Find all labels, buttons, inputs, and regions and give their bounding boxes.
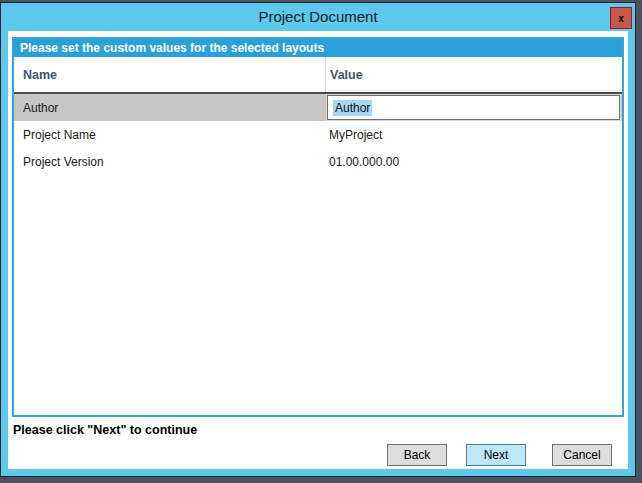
- grid-header-row: Name Value: [14, 57, 622, 94]
- custom-values-panel: Please set the custom values for the sel…: [12, 37, 624, 417]
- row-name-label[interactable]: Project Version: [14, 148, 326, 175]
- dialog-button-row: Back Next Cancel: [387, 444, 612, 466]
- table-row-project-name[interactable]: Project Name MyProject: [14, 121, 622, 148]
- instruction-text: Please click "Next" to continue: [13, 423, 197, 437]
- cancel-button[interactable]: Cancel: [552, 444, 612, 466]
- project-document-dialog: Project Document x Please set the custom…: [0, 2, 636, 477]
- row-value-cell[interactable]: Author: [326, 94, 622, 121]
- dialog-client-area: Please set the custom values for the sel…: [8, 31, 628, 469]
- column-header-name[interactable]: Name: [14, 57, 326, 92]
- row-name-label[interactable]: Author: [14, 94, 326, 121]
- titlebar[interactable]: Project Document x: [1, 3, 635, 31]
- window-title: Project Document: [1, 3, 635, 31]
- close-button[interactable]: x: [610, 7, 632, 29]
- row-value-label[interactable]: 01.00.000.00: [326, 148, 622, 175]
- next-button[interactable]: Next: [466, 444, 526, 466]
- back-button[interactable]: Back: [387, 444, 447, 466]
- table-row-project-version[interactable]: Project Version 01.00.000.00: [14, 148, 622, 175]
- selected-text: Author: [333, 100, 372, 116]
- panel-header-text: Please set the custom values for the sel…: [14, 39, 622, 57]
- column-header-value[interactable]: Value: [326, 57, 622, 92]
- row-value-label[interactable]: MyProject: [326, 121, 622, 148]
- row-name-label[interactable]: Project Name: [14, 121, 326, 148]
- close-icon: x: [618, 13, 625, 24]
- table-row-author[interactable]: Author Author: [14, 94, 622, 121]
- author-value-input[interactable]: Author: [327, 95, 620, 120]
